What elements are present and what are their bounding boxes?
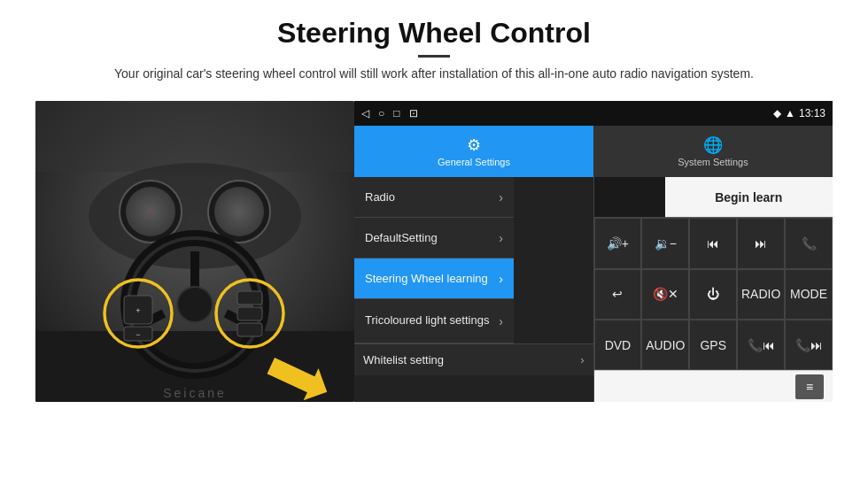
audio-button[interactable]: AUDIO: [641, 320, 689, 370]
camera-icon: ≡: [806, 380, 813, 394]
chevron-icon-4: ›: [499, 314, 503, 328]
menu-item-steering-label: Steering Wheel learning: [365, 272, 499, 285]
tab-system[interactable]: 🌐 System Settings: [593, 126, 833, 177]
tab-system-label: System Settings: [678, 157, 748, 167]
car-svg: ↑ +: [35, 101, 354, 402]
vol-up-button[interactable]: 🔊+: [594, 218, 642, 268]
gps-button[interactable]: GPS: [689, 320, 737, 370]
radio-label: RADIO: [741, 287, 780, 301]
menu-row-radio: Radio ›: [354, 177, 593, 218]
phone-button[interactable]: 📞: [785, 218, 833, 268]
svg-text:Seicane: Seicane: [163, 386, 227, 400]
whitelist-right: ›: [580, 353, 584, 366]
menu-row-default: DefaultSetting ›: [354, 218, 593, 258]
tel-prev-icon: 📞⏮: [748, 338, 775, 352]
general-settings-icon: ⚙: [467, 135, 481, 155]
svg-text:−: −: [136, 330, 140, 339]
phone-icon: 📞: [802, 236, 817, 251]
page-wrapper: Steering Wheel Control Your original car…: [0, 0, 868, 486]
vol-down-button[interactable]: 🔉−: [641, 218, 689, 268]
vol-down-icon: 🔉−: [655, 236, 677, 251]
power-icon: ⏻: [707, 287, 719, 301]
tel-next-button[interactable]: 📞⏭: [785, 320, 833, 370]
status-bar-right: ◆ ▲ 13:13: [773, 107, 825, 120]
next-button[interactable]: ⏭: [737, 218, 785, 268]
mode-label: MODE: [790, 287, 827, 301]
menu-item-steering[interactable]: Steering Wheel learning ›: [354, 258, 514, 299]
hang-up-button[interactable]: ↩: [594, 269, 642, 320]
gps-label: GPS: [700, 338, 726, 352]
prev-icon: ⏮: [707, 236, 719, 251]
android-ui: ◁ ○ □ ⊡ ◆ ▲ 13:13 ⚙ General Settings: [354, 101, 833, 402]
dvd-label: DVD: [605, 338, 632, 352]
title-section: Steering Wheel Control Your original car…: [114, 16, 754, 94]
page-title: Steering Wheel Control: [114, 16, 754, 50]
location-icon: ◆: [773, 107, 781, 120]
menu-item-default-label: DefaultSetting: [365, 231, 499, 244]
tab-general-label: General Settings: [438, 157, 510, 167]
whitelist-bar[interactable]: Whitelist setting ›: [354, 343, 593, 375]
menu-row-steering: Steering Wheel learning ›: [354, 258, 593, 299]
svg-point-13: [177, 287, 213, 322]
car-image-bg: ↑ +: [35, 101, 354, 402]
menu-list: Radio › DefaultSetting › Steering Wheel …: [354, 177, 593, 402]
mute-button[interactable]: 🔇✕: [641, 269, 689, 320]
menu-item-tricoloured-label: Tricoloured light settings: [365, 313, 499, 328]
svg-text:+: +: [136, 306, 140, 315]
back-icon[interactable]: ◁: [361, 107, 369, 120]
menu-icon[interactable]: ⊡: [409, 107, 418, 120]
menu-item-radio-label: Radio: [365, 190, 499, 204]
menu-item-radio[interactable]: Radio ›: [354, 177, 514, 218]
status-bar: ◁ ○ □ ⊡ ◆ ▲ 13:13: [354, 101, 833, 126]
tel-prev-button[interactable]: 📞⏮: [737, 320, 785, 370]
whitelist-label: Whitelist setting: [363, 353, 444, 366]
next-icon: ⏭: [755, 236, 767, 251]
status-bar-left: ◁ ○ □ ⊡: [361, 107, 418, 120]
mute-icon: 🔇✕: [653, 287, 678, 301]
svg-rect-21: [237, 323, 262, 336]
tab-bar: ⚙ General Settings 🌐 System Settings: [354, 126, 833, 177]
dvd-button[interactable]: DVD: [594, 320, 642, 370]
prev-button[interactable]: ⏮: [689, 218, 737, 268]
radio-button[interactable]: RADIO: [737, 269, 785, 320]
menu-item-default[interactable]: DefaultSetting ›: [354, 218, 514, 258]
menu-row-tricoloured: Tricoloured light settings ›: [354, 299, 593, 343]
svg-rect-20: [237, 307, 262, 320]
whitelist-bottom-right[interactable]: ≡: [594, 370, 833, 402]
page-subtitle: Your original car's steering wheel contr…: [114, 65, 754, 83]
hang-up-icon: ↩: [612, 287, 623, 301]
mode-button[interactable]: MODE: [785, 269, 833, 320]
svg-rect-19: [237, 291, 262, 305]
home-icon[interactable]: ○: [378, 107, 384, 120]
begin-learn-row: Begin learn: [594, 177, 833, 218]
time-display: 13:13: [799, 107, 825, 120]
power-button[interactable]: ⏻: [689, 269, 737, 320]
content-area: ↑ +: [35, 101, 833, 402]
chevron-icon: ›: [499, 190, 503, 204]
control-grid: 🔊+ 🔉− ⏮ ⏭ 📞: [594, 218, 833, 370]
recent-icon[interactable]: □: [393, 107, 399, 120]
chevron-icon-2: ›: [499, 231, 503, 245]
begin-learn-button[interactable]: Begin learn: [665, 177, 833, 218]
menu-item-tricoloured[interactable]: Tricoloured light settings ›: [354, 299, 514, 343]
title-divider: [418, 55, 450, 58]
chevron-icon-whitelist: ›: [580, 353, 584, 366]
svg-rect-1: [35, 101, 354, 172]
tab-general[interactable]: ⚙ General Settings: [354, 126, 593, 177]
wifi-icon: ▲: [785, 107, 795, 120]
right-panel: Begin learn 🔊+ 🔉− ⏮: [593, 177, 833, 402]
svg-text:↑: ↑: [149, 208, 153, 218]
vol-up-icon: 🔊+: [607, 236, 629, 251]
chevron-icon-3: ›: [499, 272, 503, 286]
svg-point-8: [214, 187, 264, 236]
system-settings-icon: 🌐: [703, 135, 723, 155]
camera-icon-btn[interactable]: ≡: [795, 374, 824, 399]
car-image-section: ↑ +: [35, 101, 354, 402]
audio-label: AUDIO: [646, 338, 685, 352]
tel-next-icon: 📞⏭: [795, 338, 823, 352]
